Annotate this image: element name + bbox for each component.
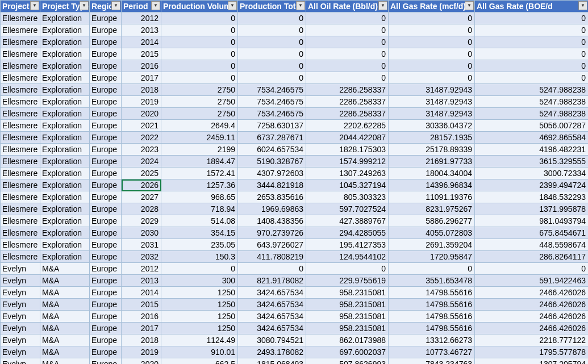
table-cell[interactable]: 411.7808219: [238, 251, 306, 263]
filter-dropdown-icon[interactable]: [30, 1, 39, 10]
table-cell[interactable]: 1257.36: [161, 179, 238, 191]
table-cell[interactable]: Europe: [90, 132, 122, 144]
table-cell[interactable]: 3080.794521: [238, 334, 306, 346]
table-cell[interactable]: Europe: [90, 275, 122, 287]
table-cell[interactable]: 597.7027524: [306, 203, 389, 215]
table-cell[interactable]: 3000.72334: [475, 168, 589, 179]
table-cell[interactable]: 3424.657534: [238, 311, 306, 323]
table-cell[interactable]: 6737.287671: [238, 132, 306, 144]
table-cell[interactable]: 0: [161, 24, 238, 36]
table-cell[interactable]: 910.01: [161, 346, 238, 358]
table-cell[interactable]: Ellesmere: [1, 144, 40, 156]
table-cell[interactable]: 2015: [122, 48, 161, 60]
filter-dropdown-icon[interactable]: [296, 1, 305, 10]
table-cell[interactable]: 3424.657534: [238, 323, 306, 334]
table-cell[interactable]: Ellesmere: [1, 108, 40, 120]
table-cell[interactable]: Exploration: [40, 239, 90, 251]
table-cell[interactable]: Evelyn: [1, 334, 40, 346]
table-cell[interactable]: Ellesmere: [1, 120, 40, 132]
table-cell[interactable]: 1307.205794: [475, 358, 589, 365]
table-cell[interactable]: 2493.178082: [238, 346, 306, 358]
table-cell[interactable]: 5886.296277: [389, 215, 475, 227]
table-cell[interactable]: 958.2315081: [306, 287, 389, 299]
table-cell[interactable]: 11091.19376: [389, 191, 475, 203]
table-cell[interactable]: Exploration: [40, 24, 90, 36]
table-cell[interactable]: 2023: [122, 144, 161, 156]
table-cell[interactable]: 2044.422087: [306, 132, 389, 144]
table-cell[interactable]: 970.2739726: [238, 227, 306, 239]
table-cell[interactable]: 4692.865584: [475, 132, 589, 144]
table-cell[interactable]: 958.2315081: [306, 311, 389, 323]
table-cell[interactable]: Ellesmere: [1, 251, 40, 263]
table-cell[interactable]: Evelyn: [1, 275, 40, 287]
table-cell[interactable]: 1848.532293: [475, 191, 589, 203]
table-cell[interactable]: 150.3: [161, 251, 238, 263]
table-cell[interactable]: Exploration: [40, 108, 90, 120]
table-cell[interactable]: 0: [306, 36, 389, 48]
table-cell[interactable]: 0: [389, 263, 475, 275]
table-cell[interactable]: 2459.11: [161, 132, 238, 144]
table-cell[interactable]: Europe: [90, 108, 122, 120]
table-cell[interactable]: M&A: [40, 334, 90, 346]
filter-dropdown-icon[interactable]: [111, 1, 120, 10]
table-cell[interactable]: Ellesmere: [1, 168, 40, 179]
table-cell[interactable]: 675.8454671: [475, 227, 589, 239]
table-cell[interactable]: 10773.46727: [389, 346, 475, 358]
table-cell[interactable]: Ellesmere: [1, 12, 40, 24]
table-cell[interactable]: 958.2315081: [306, 299, 389, 311]
table-cell[interactable]: Ellesmere: [1, 215, 40, 227]
table-cell[interactable]: 5247.988238: [475, 96, 589, 108]
table-cell[interactable]: 2750: [161, 96, 238, 108]
table-cell[interactable]: 2020: [122, 358, 161, 365]
table-cell[interactable]: 862.0173988: [306, 334, 389, 346]
table-cell[interactable]: 7534.246575: [238, 84, 306, 96]
table-cell[interactable]: 0: [389, 48, 475, 60]
table-cell[interactable]: 13312.66273: [389, 334, 475, 346]
table-cell[interactable]: Ellesmere: [1, 24, 40, 36]
table-cell[interactable]: 1720.95847: [389, 251, 475, 263]
table-cell[interactable]: 2020: [122, 108, 161, 120]
column-header-0[interactable]: Project: [1, 1, 40, 12]
table-cell[interactable]: Exploration: [40, 215, 90, 227]
column-header-7[interactable]: All Gas Rate (mcf/d): [389, 1, 475, 12]
table-cell[interactable]: 14798.55616: [389, 311, 475, 323]
table-cell[interactable]: 981.0493794: [475, 215, 589, 227]
table-cell[interactable]: M&A: [40, 323, 90, 334]
table-cell[interactable]: Europe: [90, 239, 122, 251]
table-cell[interactable]: 300: [161, 275, 238, 287]
table-cell[interactable]: 2028: [122, 203, 161, 215]
table-cell[interactable]: Ellesmere: [1, 132, 40, 144]
table-cell[interactable]: 0: [475, 36, 589, 48]
table-cell[interactable]: 1250: [161, 287, 238, 299]
table-cell[interactable]: 229.9755619: [306, 275, 389, 287]
table-cell[interactable]: 1894.47: [161, 156, 238, 168]
table-cell[interactable]: 286.8264117: [475, 251, 589, 263]
table-cell[interactable]: 7534.246575: [238, 96, 306, 108]
table-cell[interactable]: 0: [389, 60, 475, 72]
table-cell[interactable]: 2014: [122, 36, 161, 48]
table-cell[interactable]: 2031: [122, 239, 161, 251]
table-cell[interactable]: 2750: [161, 108, 238, 120]
table-cell[interactable]: 1250: [161, 299, 238, 311]
table-cell[interactable]: 25178.89339: [389, 144, 475, 156]
table-cell[interactable]: 0: [306, 12, 389, 24]
table-cell[interactable]: 2691.359204: [389, 239, 475, 251]
table-cell[interactable]: Europe: [90, 227, 122, 239]
table-cell[interactable]: Exploration: [40, 191, 90, 203]
table-cell[interactable]: 0: [389, 72, 475, 84]
table-cell[interactable]: 2466.426026: [475, 287, 589, 299]
table-cell[interactable]: 2750: [161, 84, 238, 96]
table-cell[interactable]: Europe: [90, 203, 122, 215]
table-cell[interactable]: Evelyn: [1, 263, 40, 275]
table-cell[interactable]: 2199: [161, 144, 238, 156]
table-cell[interactable]: 0: [475, 24, 589, 36]
table-cell[interactable]: 0: [389, 24, 475, 36]
table-cell[interactable]: Europe: [90, 287, 122, 299]
table-cell[interactable]: 14396.96834: [389, 179, 475, 191]
table-cell[interactable]: M&A: [40, 275, 90, 287]
table-cell[interactable]: Exploration: [40, 203, 90, 215]
table-cell[interactable]: 1371.995878: [475, 203, 589, 215]
filter-dropdown-icon[interactable]: [465, 1, 474, 10]
table-cell[interactable]: Exploration: [40, 72, 90, 84]
table-cell[interactable]: Europe: [90, 144, 122, 156]
